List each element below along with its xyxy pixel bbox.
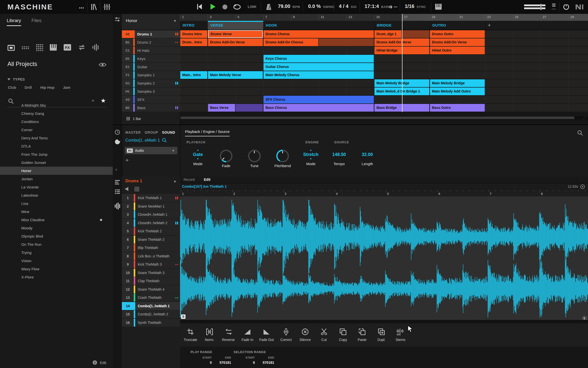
pad-name[interactable]: Snare NewMan 1 [138, 202, 175, 210]
clip[interactable]: Bass Verse [208, 104, 235, 112]
projects-icon[interactable] [7, 44, 15, 52]
up-arrow-icon[interactable]: ▲ [186, 149, 210, 151]
restart-icon[interactable] [197, 3, 202, 11]
timeline-row[interactable] [180, 63, 588, 71]
group-name[interactable]: Samples 1 [137, 71, 155, 79]
clip[interactable]: Main Melody Verse [208, 71, 263, 79]
record-button[interactable] [222, 4, 228, 11]
sample-name[interactable]: Combo[157] Am TheMath 1 [182, 184, 227, 188]
tune-knob[interactable]: Tune [242, 149, 267, 168]
clip-loop-tail[interactable] [319, 38, 374, 46]
group-name[interactable]: Guitar [137, 63, 147, 71]
group-row[interactable]: H1Samples 3 [122, 88, 180, 95]
pad-number[interactable]: 7 [122, 244, 134, 252]
bpm-value[interactable]: 79.00 [278, 3, 290, 9]
loops-icon[interactable] [78, 44, 86, 52]
scene-name[interactable]: Honor [126, 18, 137, 23]
samples-icon[interactable] [21, 44, 29, 52]
tool-paste[interactable]: Paste [353, 327, 372, 342]
group-badge[interactable]: C1 [122, 47, 134, 54]
pad-row[interactable]: 11Clap TheMath [122, 277, 180, 285]
project-list-item[interactable]: Mine [0, 208, 113, 216]
pad-row[interactable]: 16Synth TheMath [122, 319, 180, 327]
section-outro[interactable]: OUTRO [430, 21, 485, 30]
group-name[interactable]: Samples 2 [137, 79, 155, 87]
pad-name[interactable]: Lick Bon..o TheMath [138, 252, 175, 260]
pad-row[interactable]: 5Kick TheMath 2 [122, 227, 180, 235]
pad-number[interactable]: 16 [122, 319, 134, 327]
arranger-timeline[interactable]: 1357911131517192123252729INTROVERSEHOOKB… [180, 14, 588, 124]
project-list-item[interactable]: On The Run [0, 240, 113, 248]
group-row[interactable]: E1Guitar [122, 63, 180, 71]
pad-name[interactable]: Combo[1..heMath 1 [138, 302, 175, 310]
pad-row[interactable]: 15Combo[1..heMath 2 [122, 310, 180, 318]
clock-icon[interactable] [115, 129, 120, 136]
speaker-icon[interactable] [125, 186, 130, 192]
waveform-display[interactable] [180, 196, 588, 320]
parameter-page-title[interactable]: Playback / Engine / Source [185, 129, 230, 136]
tool-fadein[interactable]: Fade In [238, 327, 257, 342]
tab-record[interactable]: Record [184, 178, 195, 182]
tool-correct[interactable]: Correct [277, 327, 295, 342]
follow-playhead-icon[interactable] [388, 5, 397, 10]
pad-number[interactable]: 1 [122, 194, 134, 202]
pad-number[interactable]: 2 [122, 202, 134, 210]
sample-start-marker[interactable]: S [181, 314, 186, 319]
tool-fadeout[interactable]: Fade Out [257, 327, 276, 342]
clip[interactable]: Drums Verse [208, 30, 263, 38]
group-row[interactable]: D1Keys [122, 55, 180, 62]
stretch-mode-value[interactable]: Stretch [298, 151, 323, 158]
bars-value[interactable]: 17:1:4 [365, 3, 379, 9]
section-intro[interactable]: INTRO [180, 21, 208, 30]
tempo-field[interactable]: ▲ 148.50 ▼ Tempo [327, 149, 351, 166]
clip-loop-tail[interactable] [402, 30, 429, 38]
group-badge[interactable]: H1 [122, 88, 134, 95]
clip[interactable]: SFX Chorus [264, 96, 374, 103]
project-list-item[interactable]: Corner [0, 126, 113, 134]
sound-name-row[interactable]: Combo[1..eMath 1 [125, 138, 167, 143]
group-row[interactable]: B1Drums 2 [122, 38, 180, 46]
master-volume-slider[interactable] [524, 4, 547, 11]
clip[interactable]: Main Melody Bridge [430, 79, 485, 87]
clip[interactable]: Drums Intro [180, 30, 207, 38]
plugin-icon[interactable] [114, 139, 120, 146]
types-header[interactable]: TYPES [7, 77, 25, 81]
pad-row[interactable]: 8Lick Bon..o TheMath [122, 252, 180, 260]
resize-grip-icon[interactable]: ⋰ [583, 116, 587, 120]
pad-number[interactable]: 4 [122, 219, 134, 227]
tab-sound[interactable]: SOUND [162, 130, 175, 134]
project-list-item[interactable]: Cheesy Gang [0, 109, 113, 118]
sample-visibility-icon[interactable] [580, 184, 585, 190]
group-badge[interactable]: B2 [122, 104, 134, 112]
group-name[interactable]: Samples 3 [137, 88, 155, 95]
pad-number[interactable]: 9 [122, 260, 134, 268]
timeline-ruler[interactable]: 1357911131517192123252729 [180, 14, 588, 21]
link-button[interactable]: LINK [248, 5, 257, 9]
group-badge[interactable]: G1 [122, 79, 134, 87]
fade-knob[interactable]: Fade [214, 149, 239, 168]
range-field-value[interactable]: 0 [235, 361, 255, 365]
arrange-view-icon[interactable] [114, 180, 120, 186]
tab-files[interactable]: Files [31, 18, 41, 26]
playhead[interactable] [402, 14, 402, 112]
pad-name[interactable]: Snare TheMath 4 [138, 285, 175, 293]
grid-settings-icon[interactable] [114, 16, 120, 24]
project-list-item[interactable]: X-Plore [0, 273, 113, 281]
group-badge[interactable]: A1 [122, 30, 134, 38]
clip[interactable]: Drum.. Intro [180, 38, 207, 46]
tool-copy[interactable]: Copy [334, 327, 352, 342]
pad-row[interactable]: 3ClosedH..heMath 1 [122, 211, 180, 218]
pitchbend-knob[interactable]: Pitchbend [270, 149, 295, 168]
pad-name[interactable]: ClosedH..heMath 2 [138, 219, 175, 227]
sampler-view-icon[interactable] [114, 202, 120, 211]
groups-icon[interactable] [36, 44, 43, 52]
length-value[interactable]: 32.00 [355, 151, 380, 158]
type-tag[interactable]: Hip Hop [40, 85, 55, 90]
scrollbar-handle[interactable] [181, 117, 574, 119]
pad-row[interactable]: 6Snare TheMath 2 [122, 236, 180, 244]
clip[interactable]: Main.. Intro [180, 71, 207, 79]
group-name[interactable]: SFX [137, 96, 144, 103]
edit-label[interactable]: Edit [100, 361, 106, 365]
pad-row[interactable]: 14Combo[1..heMath 1 [122, 302, 180, 310]
metronome-icon[interactable] [266, 3, 272, 11]
